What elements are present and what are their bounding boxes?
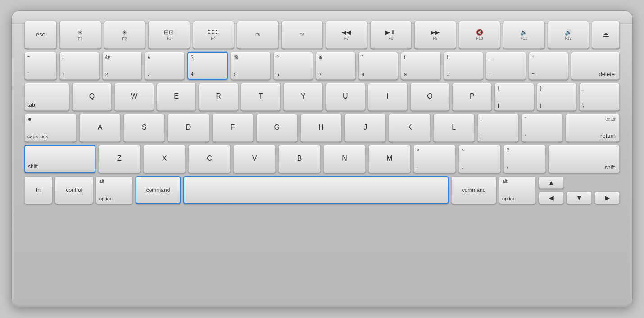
key-e[interactable]: E xyxy=(157,83,196,111)
key-f8[interactable]: ▶⏸ F8 xyxy=(370,21,412,49)
asdf-key-row: caps lock A S D F G H J K L : ; xyxy=(24,114,620,142)
key-3[interactable]: # 3 xyxy=(145,52,185,80)
caps-indicator xyxy=(28,118,31,121)
key-tab[interactable]: tab xyxy=(24,83,69,111)
key-j[interactable]: J xyxy=(345,114,386,142)
key-period[interactable]: > . xyxy=(458,145,501,173)
key-shift-left[interactable]: shift xyxy=(24,145,95,173)
f1-label: F1 xyxy=(78,36,83,41)
key-arrow-down[interactable]: ▼ xyxy=(567,191,592,204)
key-command-right[interactable]: command xyxy=(451,176,496,204)
lbracket-bottom: [ xyxy=(498,103,499,108)
key-control[interactable]: control xyxy=(55,176,93,204)
key-fn[interactable]: fn xyxy=(24,176,52,204)
key-lbracket[interactable]: { [ xyxy=(494,83,534,111)
key-f4[interactable]: ⠿⠿⠿ F4 xyxy=(193,21,235,49)
key-f6[interactable]: F6 xyxy=(281,21,323,49)
key-tilde[interactable]: ~ ` xyxy=(24,52,57,80)
key-command-left[interactable]: command xyxy=(136,176,181,204)
key-f7[interactable]: ◀◀ F7 xyxy=(326,21,367,49)
key-arrow-left[interactable]: ◀ xyxy=(539,191,564,204)
key-equals[interactable]: + = xyxy=(529,52,569,80)
key-eject[interactable]: ⏏ xyxy=(592,21,620,49)
v-label: V xyxy=(252,155,257,162)
f8-label: F8 xyxy=(388,36,393,41)
f9-label: F9 xyxy=(433,36,438,41)
key-f1[interactable]: ✳ F1 xyxy=(59,21,101,49)
key-f[interactable]: F xyxy=(212,114,254,142)
key-f11[interactable]: 🔉 F11 xyxy=(503,21,545,49)
f10-label: F10 xyxy=(476,36,483,41)
rbracket-top: } xyxy=(540,86,542,91)
key-enter[interactable]: enter return xyxy=(566,114,620,142)
quote-bottom: ' xyxy=(525,134,526,139)
key-q[interactable]: Q xyxy=(72,83,112,111)
f12-label: F12 xyxy=(565,36,572,41)
key-shift-right[interactable]: shift xyxy=(549,145,620,173)
key-f10[interactable]: 🔇 F10 xyxy=(459,21,501,49)
f8-icon: ▶⏸ xyxy=(385,29,396,36)
arrow-keys-group: ▲ ◀ ▼ ▶ xyxy=(539,176,620,204)
key-quote[interactable]: " ' xyxy=(522,114,563,142)
key-c[interactable]: C xyxy=(188,145,231,173)
key-o[interactable]: O xyxy=(410,83,450,111)
key-a[interactable]: A xyxy=(79,114,121,142)
key-g[interactable]: G xyxy=(256,114,298,142)
key-comma[interactable]: < , xyxy=(413,145,456,173)
key-f2[interactable]: ✳ F2 xyxy=(104,21,146,49)
key-delete[interactable]: delete xyxy=(571,52,620,80)
key-i[interactable]: I xyxy=(368,83,408,111)
g-label: G xyxy=(274,124,280,131)
key-l[interactable]: L xyxy=(433,114,475,142)
key-r[interactable]: R xyxy=(199,83,238,111)
n-label: N xyxy=(342,155,347,162)
key-b[interactable]: B xyxy=(278,145,321,173)
key-minus[interactable]: _ - xyxy=(486,52,526,80)
f7-icon: ◀◀ xyxy=(342,29,351,36)
key-semicolon[interactable]: : ; xyxy=(477,114,519,142)
key-p[interactable]: P xyxy=(452,83,492,111)
key-space[interactable] xyxy=(183,176,449,204)
key-1[interactable]: ! 1 xyxy=(59,52,100,80)
key-4[interactable]: $ 4 xyxy=(187,52,228,80)
key-h[interactable]: H xyxy=(300,114,342,142)
key-n[interactable]: N xyxy=(323,145,366,173)
key-k[interactable]: K xyxy=(389,114,430,142)
key-s[interactable]: S xyxy=(123,114,165,142)
key-v[interactable]: V xyxy=(233,145,276,173)
key-f12[interactable]: 🔊 F12 xyxy=(548,21,590,49)
key-esc[interactable]: esc xyxy=(24,21,57,49)
key-option-left[interactable]: alt option xyxy=(96,176,133,204)
key-7[interactable]: & 7 xyxy=(316,52,356,80)
arrow-down-icon: ▼ xyxy=(576,194,582,201)
lbracket-top: { xyxy=(498,86,499,91)
keyboard: esc ✳ F1 ✳ F2 ⊟⊡ F3 ⠿⠿⠿ F4 F5 F6 ◀◀ F7 ▶… xyxy=(11,10,633,308)
key-rbracket[interactable]: } ] xyxy=(537,83,576,111)
key-f9[interactable]: ▶▶ F9 xyxy=(414,21,456,49)
key6-bottom: 6 xyxy=(277,72,279,77)
key-option-right[interactable]: alt option xyxy=(499,176,536,204)
key-6[interactable]: ^ 6 xyxy=(273,52,313,80)
key-arrow-right[interactable]: ▶ xyxy=(594,191,620,204)
q-label: Q xyxy=(89,93,95,100)
key-z[interactable]: Z xyxy=(98,145,141,173)
key-caps[interactable]: caps lock xyxy=(24,114,77,142)
key-9[interactable]: ( 9 xyxy=(401,52,441,80)
key-arrow-up[interactable]: ▲ xyxy=(539,176,564,189)
key-2[interactable]: @ 2 xyxy=(102,52,142,80)
key-0[interactable]: ) 0 xyxy=(444,52,484,80)
key-m[interactable]: M xyxy=(368,145,411,173)
key-d[interactable]: D xyxy=(168,114,209,142)
key-y[interactable]: Y xyxy=(283,83,323,111)
l-label: L xyxy=(452,124,456,131)
key-t[interactable]: T xyxy=(241,83,281,111)
key-backslash[interactable]: | \ xyxy=(579,83,620,111)
key-x[interactable]: X xyxy=(143,145,186,173)
key-f3[interactable]: ⊟⊡ F3 xyxy=(148,21,190,49)
key-f5[interactable]: F5 xyxy=(237,21,279,49)
key-5[interactable]: % 5 xyxy=(231,52,271,80)
key-w[interactable]: W xyxy=(114,83,154,111)
key-u[interactable]: U xyxy=(326,83,365,111)
key-8[interactable]: * 8 xyxy=(358,52,399,80)
key-slash[interactable]: ? / xyxy=(503,145,546,173)
